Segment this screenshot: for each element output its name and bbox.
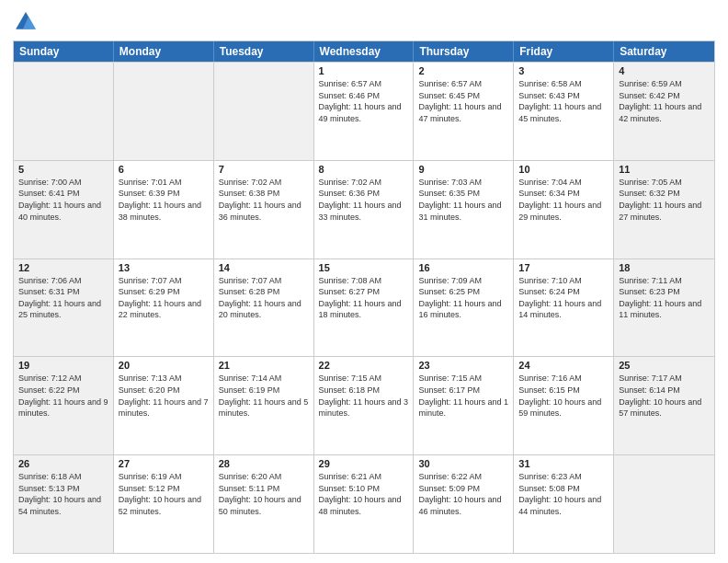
- day-header-wednesday: Wednesday: [314, 41, 415, 62]
- day-cell-14: 14Sunrise: 7:07 AM Sunset: 6:28 PM Dayli…: [214, 259, 314, 357]
- day-number: 25: [619, 360, 710, 371]
- empty-cell: [614, 455, 714, 553]
- day-cell-18: 18Sunrise: 7:11 AM Sunset: 6:23 PM Dayli…: [614, 259, 714, 357]
- empty-cell: [14, 63, 114, 160]
- day-info: Sunrise: 7:13 AM Sunset: 6:20 PM Dayligh…: [119, 373, 209, 419]
- day-cell-10: 10Sunrise: 7:04 AM Sunset: 6:34 PM Dayli…: [514, 161, 614, 259]
- day-info: Sunrise: 7:09 AM Sunset: 6:25 PM Dayligh…: [418, 275, 508, 321]
- day-cell-21: 21Sunrise: 7:14 AM Sunset: 6:19 PM Dayli…: [214, 357, 314, 454]
- day-number: 1: [319, 65, 409, 76]
- day-cell-31: 31Sunrise: 6:23 AM Sunset: 5:08 PM Dayli…: [514, 455, 614, 553]
- day-info: Sunrise: 6:59 AM Sunset: 6:42 PM Dayligh…: [619, 78, 710, 124]
- day-header-saturday: Saturday: [614, 41, 714, 62]
- day-number: 7: [219, 164, 309, 175]
- day-number: 29: [319, 458, 409, 469]
- logo: [13, 9, 42, 35]
- day-cell-29: 29Sunrise: 6:21 AM Sunset: 5:10 PM Dayli…: [314, 455, 415, 553]
- day-number: 6: [119, 164, 209, 175]
- week-row-3: 12Sunrise: 7:06 AM Sunset: 6:31 PM Dayli…: [14, 259, 714, 357]
- day-cell-7: 7Sunrise: 7:02 AM Sunset: 6:38 PM Daylig…: [214, 161, 314, 259]
- day-cell-26: 26Sunrise: 6:18 AM Sunset: 5:13 PM Dayli…: [14, 455, 114, 553]
- day-number: 21: [219, 360, 309, 371]
- day-info: Sunrise: 7:10 AM Sunset: 6:24 PM Dayligh…: [518, 275, 609, 321]
- day-info: Sunrise: 7:03 AM Sunset: 6:35 PM Dayligh…: [418, 177, 508, 223]
- day-info: Sunrise: 7:17 AM Sunset: 6:14 PM Dayligh…: [619, 373, 710, 419]
- day-info: Sunrise: 6:58 AM Sunset: 6:43 PM Dayligh…: [518, 78, 609, 124]
- day-number: 19: [18, 360, 108, 371]
- day-header-monday: Monday: [114, 41, 214, 62]
- week-row-1: 1Sunrise: 6:57 AM Sunset: 6:46 PM Daylig…: [14, 62, 714, 160]
- day-info: Sunrise: 7:12 AM Sunset: 6:22 PM Dayligh…: [18, 373, 108, 419]
- day-number: 24: [518, 360, 609, 371]
- calendar: SundayMondayTuesdayWednesdayThursdayFrid…: [13, 40, 715, 554]
- day-info: Sunrise: 6:57 AM Sunset: 6:45 PM Dayligh…: [418, 78, 508, 124]
- day-info: Sunrise: 6:19 AM Sunset: 5:12 PM Dayligh…: [119, 471, 209, 517]
- day-info: Sunrise: 7:15 AM Sunset: 6:18 PM Dayligh…: [319, 373, 409, 419]
- day-number: 13: [119, 262, 209, 273]
- day-cell-22: 22Sunrise: 7:15 AM Sunset: 6:18 PM Dayli…: [314, 357, 415, 454]
- day-info: Sunrise: 7:00 AM Sunset: 6:41 PM Dayligh…: [18, 177, 108, 223]
- day-cell-27: 27Sunrise: 6:19 AM Sunset: 5:12 PM Dayli…: [114, 455, 214, 553]
- week-row-4: 19Sunrise: 7:12 AM Sunset: 6:22 PM Dayli…: [14, 356, 714, 454]
- day-info: Sunrise: 7:06 AM Sunset: 6:31 PM Dayligh…: [18, 275, 108, 321]
- day-number: 26: [18, 458, 108, 469]
- calendar-header: SundayMondayTuesdayWednesdayThursdayFrid…: [14, 41, 714, 62]
- day-cell-24: 24Sunrise: 7:16 AM Sunset: 6:15 PM Dayli…: [514, 357, 614, 454]
- week-row-2: 5Sunrise: 7:00 AM Sunset: 6:41 PM Daylig…: [14, 160, 714, 259]
- day-info: Sunrise: 6:22 AM Sunset: 5:09 PM Dayligh…: [418, 471, 508, 517]
- day-number: 11: [619, 164, 710, 175]
- day-number: 10: [518, 164, 609, 175]
- day-cell-11: 11Sunrise: 7:05 AM Sunset: 6:32 PM Dayli…: [614, 161, 714, 259]
- day-cell-5: 5Sunrise: 7:00 AM Sunset: 6:41 PM Daylig…: [14, 161, 114, 259]
- day-cell-4: 4Sunrise: 6:59 AM Sunset: 6:42 PM Daylig…: [614, 63, 714, 160]
- day-info: Sunrise: 7:14 AM Sunset: 6:19 PM Dayligh…: [219, 373, 309, 419]
- day-cell-16: 16Sunrise: 7:09 AM Sunset: 6:25 PM Dayli…: [414, 259, 514, 357]
- day-cell-8: 8Sunrise: 7:02 AM Sunset: 6:36 PM Daylig…: [314, 161, 415, 259]
- day-info: Sunrise: 7:15 AM Sunset: 6:17 PM Dayligh…: [418, 373, 508, 419]
- day-number: 5: [18, 164, 108, 175]
- day-number: 20: [119, 360, 209, 371]
- empty-cell: [214, 63, 314, 160]
- day-cell-15: 15Sunrise: 7:08 AM Sunset: 6:27 PM Dayli…: [314, 259, 415, 357]
- day-cell-3: 3Sunrise: 6:58 AM Sunset: 6:43 PM Daylig…: [514, 63, 614, 160]
- day-info: Sunrise: 7:02 AM Sunset: 6:38 PM Dayligh…: [219, 177, 309, 223]
- day-number: 8: [319, 164, 409, 175]
- day-cell-13: 13Sunrise: 7:07 AM Sunset: 6:29 PM Dayli…: [114, 259, 214, 357]
- day-info: Sunrise: 7:16 AM Sunset: 6:15 PM Dayligh…: [518, 373, 609, 419]
- day-number: 9: [418, 164, 508, 175]
- day-cell-9: 9Sunrise: 7:03 AM Sunset: 6:35 PM Daylig…: [414, 161, 514, 259]
- day-number: 23: [418, 360, 508, 371]
- day-cell-6: 6Sunrise: 7:01 AM Sunset: 6:39 PM Daylig…: [114, 161, 214, 259]
- week-row-5: 26Sunrise: 6:18 AM Sunset: 5:13 PM Dayli…: [14, 454, 714, 553]
- day-cell-2: 2Sunrise: 6:57 AM Sunset: 6:45 PM Daylig…: [414, 63, 514, 160]
- day-info: Sunrise: 6:57 AM Sunset: 6:46 PM Dayligh…: [319, 78, 409, 124]
- day-number: 14: [219, 262, 309, 273]
- day-header-tuesday: Tuesday: [214, 41, 314, 62]
- day-cell-20: 20Sunrise: 7:13 AM Sunset: 6:20 PM Dayli…: [114, 357, 214, 454]
- day-info: Sunrise: 7:01 AM Sunset: 6:39 PM Dayligh…: [119, 177, 209, 223]
- day-number: 30: [418, 458, 508, 469]
- day-number: 16: [418, 262, 508, 273]
- day-header-friday: Friday: [514, 41, 614, 62]
- day-cell-12: 12Sunrise: 7:06 AM Sunset: 6:31 PM Dayli…: [14, 259, 114, 357]
- page: SundayMondayTuesdayWednesdayThursdayFrid…: [0, 0, 728, 563]
- day-info: Sunrise: 6:18 AM Sunset: 5:13 PM Dayligh…: [18, 471, 108, 517]
- day-info: Sunrise: 6:23 AM Sunset: 5:08 PM Dayligh…: [518, 471, 609, 517]
- calendar-body: 1Sunrise: 6:57 AM Sunset: 6:46 PM Daylig…: [14, 62, 714, 553]
- day-info: Sunrise: 7:07 AM Sunset: 6:29 PM Dayligh…: [119, 275, 209, 321]
- day-header-thursday: Thursday: [414, 41, 514, 62]
- day-number: 15: [319, 262, 409, 273]
- day-number: 4: [619, 65, 710, 76]
- day-number: 3: [518, 65, 609, 76]
- day-cell-23: 23Sunrise: 7:15 AM Sunset: 6:17 PM Dayli…: [414, 357, 514, 454]
- header: [13, 9, 715, 35]
- day-number: 28: [219, 458, 309, 469]
- day-info: Sunrise: 7:07 AM Sunset: 6:28 PM Dayligh…: [219, 275, 309, 321]
- day-number: 18: [619, 262, 710, 273]
- day-cell-19: 19Sunrise: 7:12 AM Sunset: 6:22 PM Dayli…: [14, 357, 114, 454]
- day-info: Sunrise: 7:05 AM Sunset: 6:32 PM Dayligh…: [619, 177, 710, 223]
- empty-cell: [114, 63, 214, 160]
- day-number: 27: [119, 458, 209, 469]
- day-number: 31: [518, 458, 609, 469]
- day-info: Sunrise: 7:04 AM Sunset: 6:34 PM Dayligh…: [518, 177, 609, 223]
